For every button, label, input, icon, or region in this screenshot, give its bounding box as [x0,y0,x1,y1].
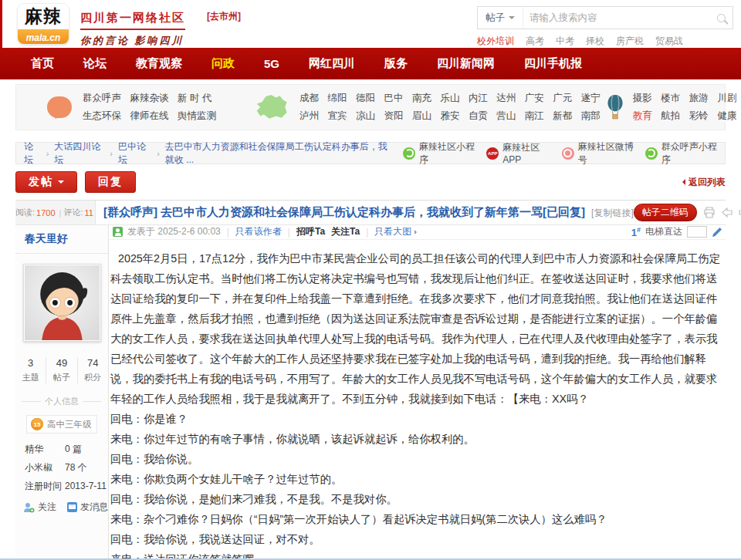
forum-link[interactable]: 舆情监测 [178,110,216,121]
city-link[interactable]: 遂宁 [581,93,601,103]
topic-link[interactable]: 川剧 [717,93,736,103]
topic-link[interactable]: 彩铃 [689,110,709,121]
topic-link[interactable]: 旅游 [689,93,709,103]
reply-button[interactable]: 回复 [85,171,136,193]
weibo-link[interactable]: 麻辣社区微博号 [562,140,634,167]
quicklinks-strip: 群众呼声 麻辣杂谈 新 时 代 生态环保 律师在线 舆情监测 成都 绵阳 德阳 … [15,84,726,130]
avatar[interactable] [23,264,101,342]
city-link[interactable]: 乐山 [440,93,459,103]
city-link[interactable]: 南充 [412,93,431,103]
city-link[interactable]: 达州 [496,93,516,103]
dialogue-line: 回电：我给你说，是她们来刁难我，不是我。不是我对你。 [110,489,722,509]
site-logo[interactable]: 麻辣 mala.cn [17,3,69,45]
search-area: 帖子 校外培训 高考 中考 择校 房产税 贸易战 [477,6,733,48]
nav-item-wanghong[interactable]: 网红四川 [309,56,355,71]
stat-posts[interactable]: 49 帖子 [46,357,76,383]
only-author-link[interactable]: 只看该作者 [235,225,282,238]
hot-link[interactable]: 择校 [586,35,604,48]
topic-link[interactable]: 教育 [633,110,652,121]
city-link[interactable]: 广安 [525,93,544,103]
search-button[interactable] [709,14,733,22]
city-link[interactable]: 新都 [553,110,572,121]
breadcrumb-forum[interactable]: 论坛 [24,140,41,167]
city-link[interactable]: 广元 [553,93,572,103]
city-link[interactable]: 德阳 [356,93,375,103]
breadcrumb: 论坛 › 大话四川论坛 › 巴中论坛 › 去巴中市人力资源和社会保障局工伤认定科… [15,142,726,164]
forum-link[interactable]: 麻辣杂谈 [130,93,168,103]
nav-item-forum[interactable]: 论坛 [83,56,107,71]
city-link[interactable]: 内江 [469,93,488,103]
city-link[interactable]: 眉山 [412,110,431,121]
chevron-down-icon [58,180,64,187]
city-link[interactable]: 成都 [299,93,319,103]
nav-item-scnews[interactable]: 四川新闻网 [437,56,495,71]
search-icon [717,14,726,22]
miniprogram-link[interactable]: 麻辣社区小程序 [403,140,475,167]
city-link[interactable]: 营山 [496,110,516,121]
city-link[interactable]: 资阳 [384,110,403,121]
dialogue-line: 回电：你是谁？ [110,409,722,429]
topic-quicklinks: 摄影 楼市 旅游 川剧 鉴宝 卓游 招聘 教育 航拍 彩铃 健康 装修 美食 租… [633,89,741,125]
topic-link[interactable]: 摄影 [633,93,652,103]
voice-miniprogram-link[interactable]: 群众呼声小程序 [645,140,717,167]
print-icon[interactable] [703,207,716,218]
thread-title-bar: 阅读:1700 | 评论:11 [群众呼声] 去巴中市人力资源和社会保障局工伤认… [15,200,726,225]
elevator-input[interactable] [687,226,707,238]
logo-text: 麻辣 [18,4,69,29]
nav-item-scmobile[interactable]: 四川手机报 [524,56,582,71]
goto-city-link[interactable]: [去市州] [207,10,241,23]
city-quicklinks: 成都 绵阳 德阳 巴中 南充 乐山 内江 达州 广安 广元 遂宁 泸州 宜宾 凉… [299,89,607,125]
miniprogram-icon [403,147,415,160]
forum-link[interactable]: 群众呼声 [83,93,121,103]
comments-count: 11 [84,208,93,218]
only-image-link[interactable]: 只看大图 [374,225,411,238]
back-to-list-link[interactable]: 返回列表 [679,176,726,189]
nav-item-wenzheng[interactable]: 问政 [211,56,235,71]
search-category-label: 帖子 [486,12,505,25]
city-link[interactable]: 巴中 [384,93,403,103]
follow-user-button[interactable]: 关注 [23,501,56,514]
city-link[interactable]: 泸州 [299,110,319,121]
prev-thread-icon[interactable] [722,207,733,218]
greet-link[interactable]: 招呼Ta [296,226,325,237]
city-link[interactable]: 雅安 [440,110,459,121]
author-username[interactable]: 春天里好 [15,232,68,245]
city-link[interactable]: 南部 [581,110,601,121]
forum-link[interactable]: 新 时 代 [178,93,211,103]
forum-link[interactable]: 律师在线 [130,110,168,121]
breadcrumb-bazhong[interactable]: 巴中论坛 [118,140,151,167]
forum-link[interactable]: 生态环保 [83,110,121,121]
qr-code-button[interactable]: 帖子二维码 [634,204,697,221]
post-paragraph: 2025年2月5日，17点12分，我作为巴中市某民营企业公司的员工担任该公司的代… [110,248,722,409]
city-link[interactable]: 凉山 [356,110,375,121]
nav-item-5g[interactable]: 5G [264,57,279,70]
hot-link[interactable]: 中考 [556,35,574,48]
city-link[interactable]: 绵阳 [327,93,347,103]
search-input[interactable] [523,12,709,23]
new-post-button[interactable]: 发帖 [15,171,77,193]
stat-credits[interactable]: 74 积分 [77,357,108,383]
nav-item-home[interactable]: 首页 [31,56,54,71]
topic-link[interactable]: 航拍 [661,110,680,121]
triangle-left-icon [679,179,685,185]
topic-link[interactable]: 健康 [717,110,736,121]
thread-toolbar: 发帖 回复 返回列表 [15,171,726,193]
hot-link[interactable]: 高考 [526,35,544,48]
breadcrumb-dahua[interactable]: 大话四川论坛 [54,140,104,167]
hot-link[interactable]: 校外培训 [477,35,514,48]
nav-item-education[interactable]: 教育观察 [136,56,182,71]
follow-ta-link[interactable]: 关注Ta [331,226,360,237]
city-link[interactable]: 南江 [525,110,544,121]
stat-threads[interactable]: 3 主题 [15,357,46,383]
app-download-link[interactable]: APP 麻辣社区APP [486,141,550,165]
copy-link[interactable]: [复制链接] [591,207,634,218]
city-link[interactable]: 宜宾 [327,110,347,121]
city-link[interactable]: 自贡 [469,110,488,121]
topic-link[interactable]: 楼市 [661,93,680,103]
nav-item-banwu[interactable]: 版务 [384,56,408,71]
search-category-select[interactable]: 帖子 [478,7,523,29]
hot-link[interactable]: 房产税 [616,35,644,48]
jump-pen-icon[interactable] [712,227,722,238]
send-message-button[interactable]: 发消息 [67,501,108,514]
hot-link[interactable]: 贸易战 [655,35,683,48]
